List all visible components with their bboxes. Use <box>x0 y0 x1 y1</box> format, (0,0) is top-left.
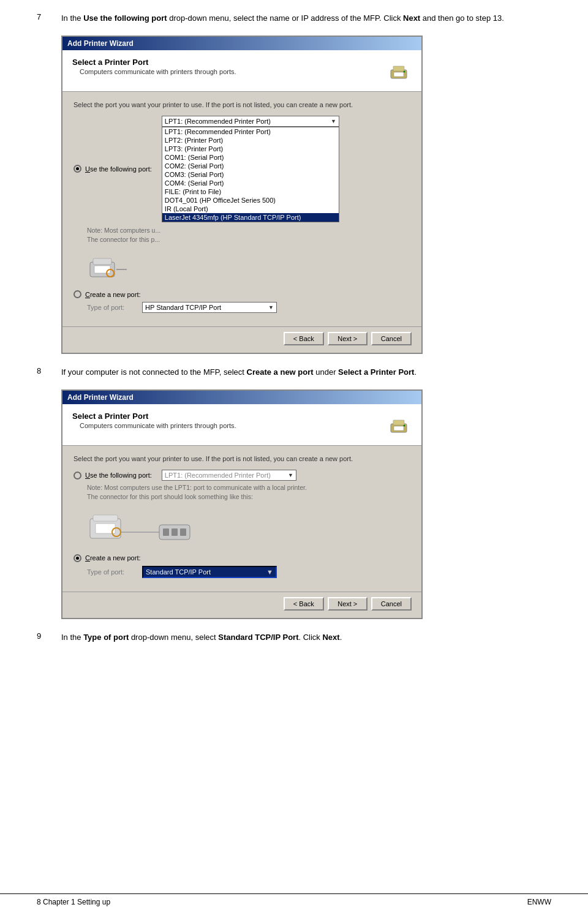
printer-icon-top-1 <box>386 58 412 85</box>
wizard-header-1: Select a Printer Port Computers communic… <box>62 50 421 92</box>
printer-icon-top-2 <box>386 412 412 439</box>
back-button-1[interactable]: < Back <box>284 332 324 345</box>
list-item-ir[interactable]: IR (Local Port) <box>162 205 339 213</box>
next-button-2[interactable]: Next > <box>328 597 368 611</box>
wizard-header-subtitle-2: Computers communicate with printers thro… <box>80 422 236 429</box>
wizard-select-text-2: Select the port you want your printer to… <box>74 454 410 464</box>
wizard-main-2: Select the port you want your printer to… <box>62 446 421 587</box>
wizard-titlebar-2: Add Printer Wizard <box>62 391 421 404</box>
wizard-header-title-1: Select a Printer Port <box>72 58 236 67</box>
wizard-main-1: Select the port you want your printer to… <box>62 92 421 322</box>
port-type-dropdown-1[interactable]: HP Standard TCP/IP Port ▼ <box>142 302 277 313</box>
cancel-button-2[interactable]: Cancel <box>371 597 412 611</box>
list-item-com2[interactable]: COM2: (Serial Port) <box>162 162 339 170</box>
list-item-lpt3[interactable]: LPT3: (Printer Port) <box>162 145 339 153</box>
radio-use-port-2[interactable] <box>74 472 81 479</box>
list-item-lpt1[interactable]: LPT1: (Recommended Printer Port) <box>162 127 339 136</box>
step-8-text: If your computer is not connected to the… <box>61 366 551 378</box>
step-8-number: 8 <box>37 366 61 375</box>
dropdown-port-1[interactable]: LPT1: (Recommended Printer Port) ▼ <box>162 116 339 127</box>
cancel-button-1[interactable]: Cancel <box>371 332 412 345</box>
radio-use-port-label-1: Use the following port: <box>85 165 152 173</box>
list-item-dot4[interactable]: DOT4_001 (HP OfficeJet Series 500) <box>162 196 339 205</box>
list-item-com1[interactable]: COM1: (Serial Port) <box>162 153 339 162</box>
list-item-com3[interactable]: COM3: (Serial Port) <box>162 170 339 179</box>
svg-rect-19 <box>163 528 169 536</box>
svg-rect-6 <box>94 266 110 273</box>
type-of-port-label-1: Type of port: <box>87 304 142 311</box>
wizard-header-2: Select a Printer Port Computers communic… <box>62 404 421 446</box>
radio-create-port-label-2: Create a new port: <box>85 554 141 562</box>
back-button-2[interactable]: < Back <box>284 597 324 611</box>
svg-rect-5 <box>93 258 111 265</box>
svg-rect-11 <box>394 426 404 431</box>
footer-right: ENWW <box>527 898 551 906</box>
wizard-header-title-2: Select a Printer Port <box>72 412 236 421</box>
note-text-2: Note: Most computers use the LPT1: port … <box>87 483 410 501</box>
radio-create-port-label-1: Create a new port: <box>85 291 141 298</box>
dropdown-port-2[interactable]: LPT1: (Recommended Printer Port) ▼ <box>162 470 296 481</box>
port-type-dropdown-2[interactable]: Standard TCP/IP Port ▼ <box>142 566 277 578</box>
wizard-screenshot-1: Add Printer Wizard Select a Printer Port… <box>61 36 423 355</box>
step-9-number: 9 <box>37 631 61 641</box>
svg-rect-1 <box>393 66 404 71</box>
radio-create-port-1[interactable] <box>74 290 81 298</box>
svg-rect-10 <box>393 420 404 425</box>
list-item-com4[interactable]: COM4: (Serial Port) <box>162 179 339 187</box>
radio-use-port-label-2: Use the following port: <box>85 472 152 479</box>
type-of-port-label-2: Type of port: <box>87 568 142 576</box>
dropdown-list-1: LPT1: (Recommended Printer Port) LPT2: (… <box>162 127 339 222</box>
wizard-title-1: Add Printer Wizard <box>67 39 134 48</box>
svg-rect-20 <box>172 528 178 536</box>
list-item-laserjet[interactable]: LaserJet 4345mfp (HP Standard TCP/IP Por… <box>162 213 339 222</box>
printer-illustration-2 <box>87 506 410 549</box>
svg-rect-2 <box>394 72 404 77</box>
wizard-buttons-1: < Back Next > Cancel <box>62 326 421 353</box>
wizard-title-2: Add Printer Wizard <box>67 393 134 402</box>
printer-illustration-1 <box>87 249 410 285</box>
step-9-text: In the Type of port drop-down menu, sele… <box>61 631 551 644</box>
wizard-header-subtitle-1: Computers communicate with printers thro… <box>80 68 236 75</box>
step-7-text: In the Use the following port drop-down … <box>61 12 551 24</box>
svg-rect-14 <box>93 515 118 521</box>
svg-point-12 <box>404 424 405 426</box>
svg-point-3 <box>404 70 405 72</box>
footer-left: 8 Chapter 1 Setting up <box>37 898 110 906</box>
wizard-buttons-2: < Back Next > Cancel <box>62 592 421 618</box>
radio-use-port-1[interactable] <box>74 165 81 173</box>
radio-create-port-2[interactable] <box>74 554 81 562</box>
svg-rect-21 <box>180 528 186 536</box>
page-footer: 8 Chapter 1 Setting up ENWW <box>0 893 588 910</box>
wizard-screenshot-2: Add Printer Wizard Select a Printer Port… <box>61 389 423 619</box>
wizard-select-text-1: Select the port you want your printer to… <box>74 100 410 110</box>
next-button-1[interactable]: Next > <box>328 332 368 345</box>
list-item-file[interactable]: FILE: (Print to File) <box>162 187 339 196</box>
wizard-titlebar-1: Add Printer Wizard <box>62 37 421 50</box>
note-text-1: Note: Most computers u... The connector … <box>87 226 410 244</box>
step-7-number: 7 <box>37 12 61 21</box>
list-item-lpt2[interactable]: LPT2: (Printer Port) <box>162 136 339 145</box>
